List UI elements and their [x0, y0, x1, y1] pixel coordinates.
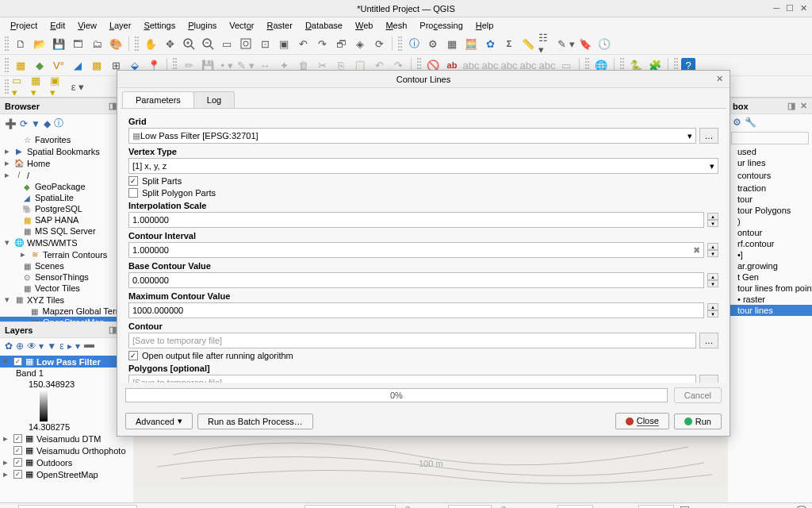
pan-selection-icon[interactable]: ✥ [161, 35, 178, 52]
processing-item[interactable]: tour lines from points [728, 283, 812, 294]
processing-item[interactable]: •] [728, 249, 812, 260]
zoom-out-icon[interactable] [199, 35, 216, 52]
browser-item[interactable]: ▸// [0, 169, 133, 181]
layer-item[interactable]: ▸✓▦Veisamudu DTM [0, 433, 133, 444]
menu-processing[interactable]: Processing [414, 19, 468, 32]
proc-float-icon[interactable]: ◨ [787, 101, 795, 111]
browser-item[interactable]: ▦MS SQL Server [0, 225, 133, 237]
new-project-icon[interactable]: 🗋 [12, 35, 29, 52]
browser-item[interactable]: 🐘PostgreSQL [0, 203, 133, 214]
new-shp-icon[interactable]: V° [50, 56, 67, 74]
browser-item[interactable]: ▾▦XYZ Tiles [0, 294, 133, 306]
processing-item[interactable]: ar.growing [728, 260, 812, 271]
deselect-icon[interactable]: ▣ ▾ [50, 78, 67, 95]
select-all-icon[interactable]: ▦ ▾ [31, 78, 48, 95]
base-down[interactable]: ▼ [707, 280, 718, 287]
max-up[interactable]: ▲ [707, 303, 718, 310]
processing-item[interactable]: tour lines [728, 305, 812, 316]
browser-item[interactable]: ⊙SensorThings [0, 271, 133, 283]
menu-raster[interactable]: Raster [261, 19, 297, 32]
minimize-icon[interactable]: ─ [773, 3, 779, 13]
remove-layer-icon[interactable]: ➖ [83, 341, 95, 352]
browser-item[interactable]: ▦SAP HANA [0, 214, 133, 225]
tab-log[interactable]: Log [193, 91, 235, 108]
processing-item[interactable]: • raster [728, 294, 812, 305]
bookmark-icon[interactable]: 🔖 [576, 35, 594, 52]
proc-search-input[interactable] [731, 132, 809, 144]
browser-item[interactable]: ▸▶Spatial Bookmarks [0, 145, 133, 157]
processing-item[interactable]: ) [728, 216, 812, 227]
measure-icon[interactable]: 📏 [519, 35, 537, 52]
add-group-icon[interactable]: ⊕ [16, 341, 24, 352]
interval-down[interactable]: ▼ [707, 250, 718, 257]
layer-item[interactable]: 150.348923 [0, 379, 133, 390]
base-input[interactable]: 0.000000 [128, 272, 704, 288]
data-source-icon[interactable]: ▦ [12, 56, 29, 74]
browser-item[interactable]: ▸≋Terrain Contours [0, 248, 133, 260]
browser-item[interactable]: ▸🏠Home [0, 157, 133, 169]
zoom-next-icon[interactable]: ↷ [313, 35, 331, 52]
proc-gear-icon[interactable]: ⚙ [733, 117, 741, 128]
menu-layer[interactable]: Layer [104, 19, 137, 32]
batch-button[interactable]: Run as Batch Process… [197, 414, 313, 429]
menu-edit[interactable]: Edit [44, 19, 71, 32]
processing-item[interactable]: ontour [728, 227, 812, 238]
save-project-icon[interactable]: 💾 [50, 35, 67, 52]
add-layer-icon[interactable]: ➕ [5, 118, 17, 129]
stats-icon[interactable]: Σ [500, 35, 518, 52]
open-table-icon[interactable]: ▦ [443, 35, 461, 52]
style-manager-icon[interactable]: 🎨 [107, 35, 124, 52]
browser-item[interactable]: ▾🌐WMS/WMTS [0, 237, 133, 248]
browser-item[interactable]: ▦Scenes [0, 260, 133, 271]
max-input[interactable]: 1000.000000 [128, 302, 704, 318]
zoom-native-icon[interactable]: ▭ [218, 35, 236, 52]
grid-browse-button[interactable]: … [699, 128, 718, 144]
manage-themes-icon[interactable]: 👁 ▾ [27, 341, 44, 352]
toolbox-icon[interactable]: ✿ [481, 35, 499, 52]
contour-output-input[interactable]: [Save to temporary file] [128, 333, 696, 348]
dialog-close-icon[interactable]: ✕ [716, 74, 723, 84]
expression-filter-icon[interactable]: ε [59, 341, 63, 352]
new-geopkg-icon[interactable]: ◆ [31, 56, 48, 74]
processing-item[interactable]: ur lines [728, 157, 812, 168]
close-icon[interactable]: ✕ [800, 3, 807, 13]
field-calc-icon[interactable]: 🧮 [462, 35, 480, 52]
refresh-browser-icon[interactable]: ⟳ [20, 118, 28, 129]
browser-item[interactable]: ▦Mapzen Global Terrain [0, 306, 133, 317]
processing-item[interactable]: contours [728, 170, 812, 181]
zoom-layer-icon[interactable]: ▣ [275, 35, 293, 52]
pan-icon[interactable]: ✋ [142, 35, 159, 52]
select-value-icon[interactable]: ε ▾ [69, 78, 86, 95]
interp-input[interactable]: 1.000000 [128, 212, 704, 228]
new-layout-icon[interactable]: 🗔 [69, 35, 86, 52]
vertex-select[interactable]: [1] x, y, z▾ [128, 158, 718, 174]
annotation-icon[interactable]: ✎ ▾ [557, 35, 575, 52]
new-map-view-icon[interactable]: 🗗 [332, 35, 350, 52]
layer-item[interactable]: ▾✓▦Low Pass Filter [0, 356, 133, 368]
action-icon[interactable]: ⚙ [424, 35, 442, 52]
properties-icon[interactable]: ⓘ [54, 117, 63, 130]
maptips-icon[interactable]: ☷ ▾ [538, 35, 556, 52]
processing-item[interactable]: tour [728, 194, 812, 205]
split-parts-checkbox[interactable]: ✓Split Parts [128, 176, 718, 186]
locator-input[interactable] [18, 505, 137, 509]
advanced-button[interactable]: Advanced ▾ [125, 413, 193, 429]
zoom-selection-icon[interactable]: ⊡ [256, 35, 274, 52]
rot-input[interactable] [638, 505, 674, 509]
panel-float-icon[interactable]: ◨ [109, 101, 117, 111]
select-icon[interactable]: ▭ ▾ [12, 78, 29, 95]
mag-input[interactable] [557, 505, 593, 509]
browser-item[interactable]: ☆Favorites [0, 134, 133, 145]
processing-item[interactable]: t Gen [728, 271, 812, 283]
collapse-all-icon[interactable]: ▾ [75, 341, 80, 352]
proc-close-icon[interactable]: ✕ [800, 101, 807, 111]
identify-icon[interactable]: ⓘ [405, 35, 423, 52]
proc-wrench-icon[interactable]: 🔧 [745, 117, 756, 128]
filter-legend-icon[interactable]: ▼ [47, 341, 56, 352]
browser-tree[interactable]: ☆Favorites▸▶Spatial Bookmarks▸🏠Home▸//◆G… [0, 133, 133, 321]
layer-item[interactable]: ▸✓▦OpenStreetMap [0, 468, 133, 480]
zoom-last-icon[interactable]: ↶ [294, 35, 312, 52]
menu-view[interactable]: View [72, 19, 102, 32]
processing-item[interactable]: rf.contour [728, 238, 812, 249]
temporal-icon[interactable]: 🕓 [596, 35, 613, 52]
